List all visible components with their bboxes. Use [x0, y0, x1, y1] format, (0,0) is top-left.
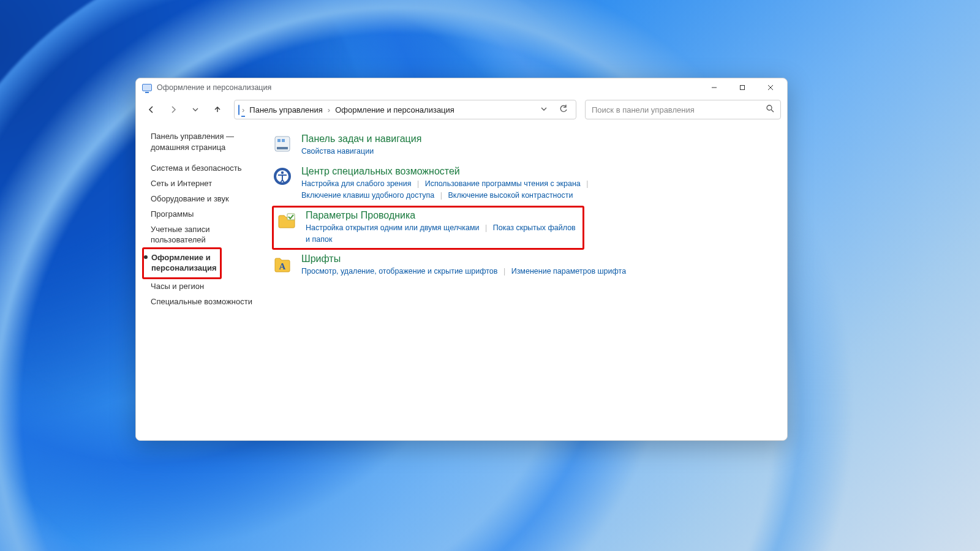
category-ease-of-access-center: Центр специальных возможностей Настройка… [272, 162, 775, 206]
app-icon [142, 83, 152, 92]
svg-line-5 [771, 110, 774, 112]
link-click-open-settings[interactable]: Настройка открытия одним или двумя щелчк… [306, 223, 480, 232]
link-navigation-properties[interactable]: Свойства навигации [301, 147, 374, 156]
svg-rect-13 [287, 214, 295, 220]
category-file-explorer-options: Параметры Проводника Настройка открытия … [272, 206, 584, 250]
close-button[interactable] [756, 78, 785, 97]
recent-dropdown-button[interactable] [186, 100, 205, 119]
svg-point-4 [767, 105, 772, 110]
forward-button[interactable] [164, 100, 183, 119]
link-access-keys[interactable]: Включение клавиш удобного доступа [301, 191, 434, 200]
link-high-contrast[interactable]: Включение высокой контрастности [448, 191, 573, 200]
folder-options-icon [276, 210, 297, 231]
minimize-button[interactable] [700, 78, 728, 97]
ease-of-access-icon [272, 166, 293, 187]
sidebar: Панель управления — домашняя страница Си… [136, 122, 260, 440]
refresh-button[interactable] [555, 105, 572, 115]
address-icon [238, 105, 239, 114]
sidebar-item-hardware-sound[interactable]: Оборудование и звук [151, 192, 260, 207]
titlebar: Оформление и персонализация [136, 78, 787, 97]
back-button[interactable] [142, 100, 160, 119]
window-body: Панель управления — домашняя страница Си… [136, 122, 787, 440]
svg-rect-9 [282, 139, 285, 142]
category-title[interactable]: Центр специальных возможностей [301, 166, 775, 177]
sidebar-item-clock-region[interactable]: Часы и регион [151, 279, 260, 294]
main-content: Панель задач и навигация Свойства навига… [260, 122, 787, 440]
link-view-delete-fonts[interactable]: Просмотр, удаление, отображение и скрыти… [301, 267, 497, 276]
fonts-icon: A [272, 253, 293, 274]
up-button[interactable] [208, 100, 227, 119]
bullet-icon [144, 255, 148, 259]
breadcrumb-root[interactable]: Панель управления [247, 104, 325, 116]
sidebar-item-appearance-personalization[interactable]: Оформление и персонализация [151, 250, 217, 276]
maximize-button[interactable] [728, 78, 756, 97]
window-title: Оформление и персонализация [157, 83, 700, 92]
address-dropdown-button[interactable] [535, 105, 552, 114]
link-screen-reader[interactable]: Использование программы чтения с экрана [425, 179, 581, 188]
category-fonts: A Шрифты Просмотр, удаление, отображение… [272, 250, 775, 282]
category-title[interactable]: Параметры Проводника [306, 210, 578, 221]
search-icon [766, 105, 774, 114]
sidebar-item-user-accounts[interactable]: Учетные записи пользователей [151, 222, 236, 248]
sidebar-item-ease-of-access[interactable]: Специальные возможности [151, 294, 260, 310]
category-title[interactable]: Шрифты [301, 253, 775, 264]
breadcrumb-sep-icon: › [242, 105, 244, 114]
breadcrumb-sep-icon: › [328, 105, 330, 114]
sidebar-item-programs[interactable]: Программы [151, 207, 260, 222]
svg-point-12 [281, 171, 284, 174]
svg-rect-7 [277, 147, 288, 149]
search-placeholder: Поиск в панели управления [592, 105, 766, 114]
taskbar-icon [272, 133, 293, 154]
svg-rect-1 [741, 86, 745, 90]
control-panel-home-link[interactable]: Панель управления — домашняя страница [151, 131, 260, 152]
address-bar[interactable]: › Панель управления › Оформление и персо… [234, 100, 576, 119]
link-font-settings[interactable]: Изменение параметров шрифта [511, 267, 626, 276]
sidebar-item-system-security[interactable]: Система и безопасность [151, 161, 260, 176]
category-title[interactable]: Панель задач и навигация [301, 133, 775, 144]
svg-text:A: A [279, 261, 286, 271]
category-taskbar-navigation: Панель задач и навигация Свойства навига… [272, 130, 775, 162]
control-panel-window: Оформление и персонализация [135, 78, 788, 441]
sidebar-item-network-internet[interactable]: Сеть и Интернет [151, 176, 260, 192]
link-low-vision-settings[interactable]: Настройка для слабого зрения [301, 179, 411, 188]
svg-rect-8 [277, 139, 281, 142]
breadcrumb-current[interactable]: Оформление и персонализация [333, 104, 457, 116]
sidebar-selected-highlight: Оформление и персонализация [142, 247, 222, 279]
window-controls [700, 78, 785, 97]
toolbar: › Панель управления › Оформление и персо… [136, 97, 787, 122]
search-input[interactable]: Поиск в панели управления [585, 100, 781, 119]
